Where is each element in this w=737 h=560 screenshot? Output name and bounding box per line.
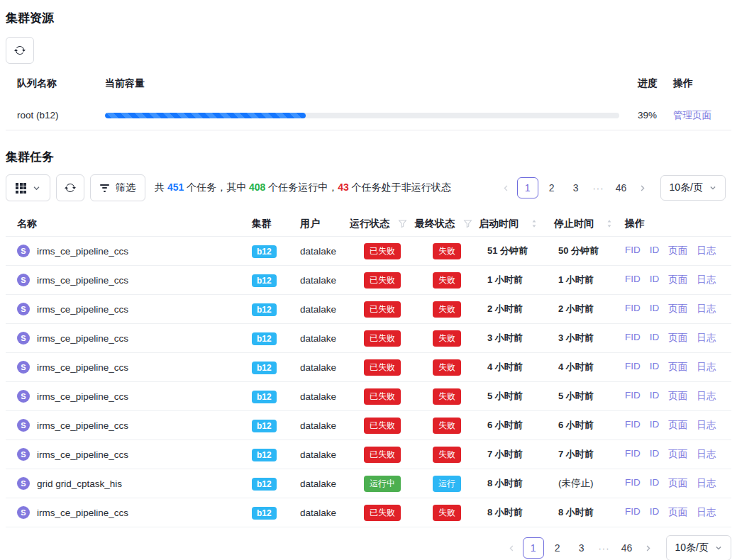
resources-refresh-button[interactable]: [6, 37, 34, 64]
progress-value: 39%: [632, 110, 667, 121]
header-name: 名称: [6, 218, 252, 230]
stop-time: 6 小时前: [558, 420, 594, 430]
action-link-fid[interactable]: FID: [625, 361, 641, 374]
action-link-fid[interactable]: FID: [625, 303, 641, 315]
avatar: S: [17, 506, 30, 519]
user-name: datalake: [300, 304, 350, 315]
action-link-id[interactable]: ID: [650, 303, 660, 315]
action-link-fid[interactable]: FID: [625, 332, 641, 345]
action-link-log[interactable]: 日志: [697, 245, 716, 257]
action-link-page[interactable]: 页面: [668, 448, 687, 461]
task-name: irms_ce_pipeline_ccs: [37, 508, 128, 518]
action-link-log[interactable]: 日志: [697, 448, 716, 461]
filter-funnel-icon[interactable]: [463, 219, 472, 228]
page-size-select[interactable]: 10条/页: [666, 535, 731, 560]
start-time: 51 分钟前: [487, 245, 528, 256]
action-link-page[interactable]: 页面: [668, 274, 687, 286]
action-link-fid[interactable]: FID: [625, 274, 641, 286]
column-layout-button[interactable]: [6, 174, 50, 201]
action-link-id[interactable]: ID: [650, 332, 660, 345]
row-actions: FIDID页面日志: [625, 419, 731, 432]
action-link-page[interactable]: 页面: [668, 506, 687, 519]
pagination-page-46[interactable]: 46: [616, 537, 638, 559]
stop-time: 3 小时前: [558, 332, 594, 343]
task-row: S irms_ce_pipeline_ccs b12 datalake 已失败 …: [6, 266, 731, 295]
pagination-prev[interactable]: [497, 177, 516, 198]
action-link-fid[interactable]: FID: [625, 390, 641, 403]
task-row: S irms_ce_pipeline_ccs b12 datalake 已失败 …: [6, 295, 731, 324]
run-state-badge: 已失败: [364, 301, 401, 318]
action-link-fid[interactable]: FID: [625, 419, 641, 432]
action-link-id[interactable]: ID: [650, 361, 660, 374]
resources-table-row: root (b12) 39% 管理页面: [6, 101, 731, 130]
pagination-prev[interactable]: [503, 537, 521, 559]
tasks-refresh-button[interactable]: [56, 174, 84, 201]
progress-fill: [105, 113, 306, 118]
pagination-next[interactable]: [639, 537, 658, 559]
action-link-page[interactable]: 页面: [668, 419, 687, 432]
final-state-badge: 失败: [433, 418, 461, 434]
pagination-page-46[interactable]: 46: [611, 177, 632, 198]
action-link-log[interactable]: 日志: [697, 361, 716, 374]
avatar: S: [17, 390, 30, 403]
header-stop-time: 停止时间: [554, 218, 594, 230]
task-count-not-running: 43: [338, 181, 349, 193]
action-link-log[interactable]: 日志: [697, 419, 716, 432]
action-link-id[interactable]: ID: [650, 419, 660, 432]
start-time: 1 小时前: [487, 274, 523, 285]
action-link-page[interactable]: 页面: [668, 245, 687, 257]
sort-icon[interactable]: [531, 219, 537, 228]
cluster-tag: b12: [252, 303, 277, 316]
pagination-page-2[interactable]: 2: [541, 177, 563, 198]
action-link-log[interactable]: 日志: [697, 390, 716, 403]
action-link-log[interactable]: 日志: [697, 303, 716, 315]
action-link-id[interactable]: ID: [650, 245, 660, 257]
action-link-log[interactable]: 日志: [697, 274, 716, 286]
start-time: 2 小时前: [487, 303, 523, 314]
pagination-page-1[interactable]: 1: [517, 177, 538, 198]
action-link-log[interactable]: 日志: [697, 506, 716, 519]
final-state-badge: 失败: [433, 505, 461, 521]
action-link-fid[interactable]: FID: [625, 477, 641, 490]
row-actions: FIDID页面日志: [625, 332, 731, 345]
action-link-fid[interactable]: FID: [625, 506, 641, 519]
filter-funnel-icon[interactable]: [398, 219, 407, 228]
action-link-id[interactable]: ID: [650, 390, 660, 403]
pagination-page-1[interactable]: 1: [523, 537, 544, 559]
pagination-page-3[interactable]: 3: [571, 537, 592, 559]
row-actions: FIDID页面日志: [625, 245, 731, 257]
action-link-page[interactable]: 页面: [668, 361, 687, 374]
run-state-badge: 已失败: [364, 505, 401, 521]
row-actions: FIDID页面日志: [625, 274, 731, 286]
action-link-page[interactable]: 页面: [668, 477, 687, 490]
row-actions: FIDID页面日志: [625, 506, 731, 519]
filter-button[interactable]: 筛选: [90, 174, 145, 201]
row-actions: FIDID页面日志: [625, 361, 731, 374]
pagination-next[interactable]: [633, 177, 652, 198]
action-link-id[interactable]: ID: [650, 477, 660, 490]
task-count-summary: 共 451 个任务，其中 408 个任务运行中，43 个任务处于非运行状态: [155, 181, 451, 194]
action-link-id[interactable]: ID: [650, 274, 660, 286]
pagination-page-3[interactable]: 3: [565, 177, 587, 198]
action-link-page[interactable]: 页面: [668, 303, 687, 315]
manage-page-link[interactable]: 管理页面: [673, 110, 711, 121]
sort-icon[interactable]: [606, 219, 612, 228]
stop-time: 8 小时前: [558, 507, 594, 517]
pagination-page-2[interactable]: 2: [547, 537, 568, 559]
action-link-page[interactable]: 页面: [668, 332, 687, 345]
action-link-page[interactable]: 页面: [668, 390, 687, 403]
page-size-select[interactable]: 10条/页: [660, 175, 726, 201]
pagination-ellipsis: ···: [594, 543, 615, 554]
header-user: 用户: [300, 218, 350, 230]
user-name: datalake: [300, 333, 350, 344]
action-link-id[interactable]: ID: [650, 506, 660, 519]
pagination-ellipsis: ···: [588, 183, 609, 194]
action-link-log[interactable]: 日志: [697, 332, 716, 345]
action-link-fid[interactable]: FID: [625, 245, 641, 257]
action-link-fid[interactable]: FID: [625, 448, 641, 461]
user-name: datalake: [300, 420, 350, 431]
action-link-id[interactable]: ID: [650, 448, 660, 461]
avatar: S: [17, 245, 30, 257]
final-state-badge: 失败: [433, 243, 461, 259]
action-link-log[interactable]: 日志: [697, 477, 716, 490]
